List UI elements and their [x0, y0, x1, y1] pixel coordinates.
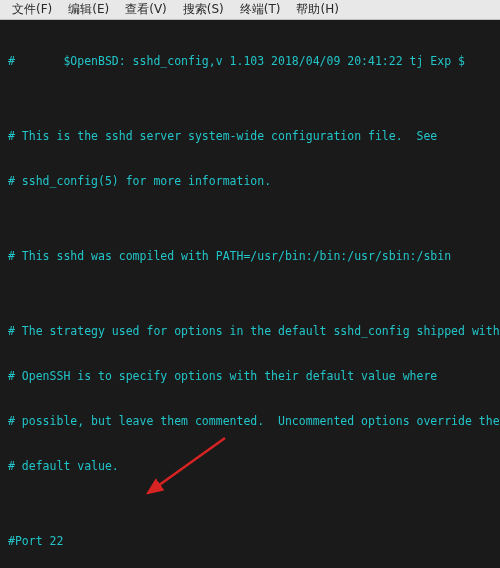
code-line: # possible, but leave them commented. Un…	[8, 414, 492, 429]
code-line: # The strategy used for options in the d…	[8, 324, 492, 339]
menu-view[interactable]: 查看(V)	[117, 0, 175, 20]
code-line: # This sshd was compiled with PATH=/usr/…	[8, 249, 492, 264]
menu-edit[interactable]: 编辑(E)	[60, 0, 117, 20]
code-line: # default value.	[8, 459, 492, 474]
editor-area[interactable]: # $OpenBSD: sshd_config,v 1.103 2018/04/…	[0, 20, 500, 568]
menubar: 文件(F) 编辑(E) 查看(V) 搜索(S) 终端(T) 帮助(H)	[0, 0, 500, 20]
code-line: # $OpenBSD: sshd_config,v 1.103 2018/04/…	[8, 54, 492, 69]
code-line: # sshd_config(5) for more information.	[8, 174, 492, 189]
code-line: #Port 22	[8, 534, 492, 549]
menu-help[interactable]: 帮助(H)	[288, 0, 346, 20]
menu-terminal[interactable]: 终端(T)	[232, 0, 289, 20]
code-line: # This is the sshd server system-wide co…	[8, 129, 492, 144]
code-line: # OpenSSH is to specify options with the…	[8, 369, 492, 384]
menu-file[interactable]: 文件(F)	[4, 0, 60, 20]
menu-search[interactable]: 搜索(S)	[175, 0, 232, 20]
